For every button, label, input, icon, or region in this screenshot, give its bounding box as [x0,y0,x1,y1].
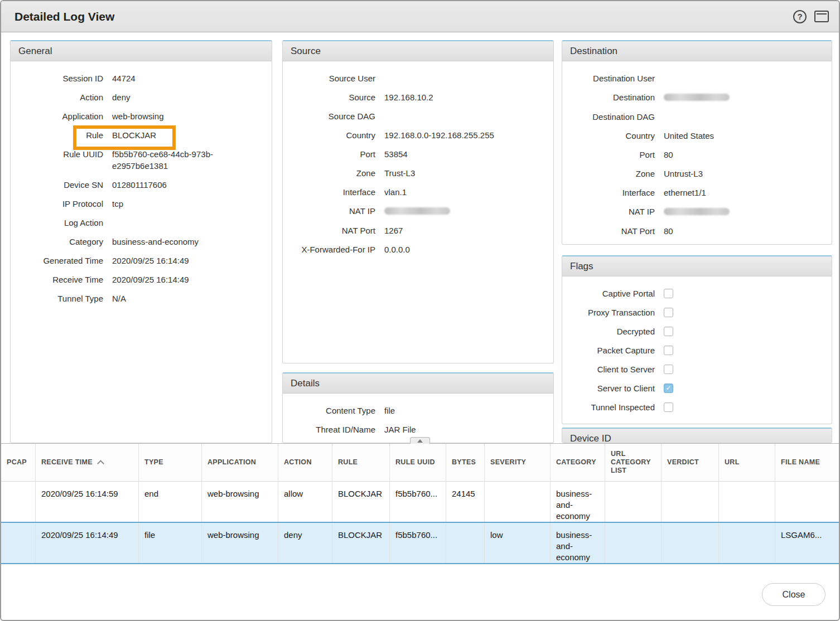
field-label: Source [292,91,375,103]
field-row: Log Action [20,217,263,229]
source-panel: Source Source User Source192.168.10.2 So… [282,40,554,363]
field-value [112,217,234,229]
field-row: Applicationweb-browsing [20,110,263,122]
field-value-redacted [664,91,823,104]
captive-portal-checkbox[interactable] [664,289,673,298]
table-cell: 24145 [446,482,485,522]
destination-panel: Destination Destination User Destination… [562,40,832,245]
help-icon[interactable]: ? [793,10,807,23]
window-panel-icon[interactable] [814,11,829,22]
flag-row: Decrypted [571,326,823,337]
field-value: ethernet1/1 [664,187,823,198]
title-bar-icons: ? [793,1,829,32]
table-cell [662,523,719,563]
table-cell: deny [278,523,332,563]
field-label: Category [20,236,103,248]
table-cell: f5b5b760... [390,482,446,522]
field-row: Tunnel TypeN/A [20,293,263,304]
field-value: file [384,405,544,416]
table-row[interactable]: 2020/09/25 16:14:59 end web-browsing all… [1,482,839,522]
table-cell: low [485,523,551,563]
field-value: deny [112,91,234,103]
chevron-up-icon [417,439,423,443]
flag-label: Packet Capture [571,345,655,356]
table-cell [446,523,485,563]
grid-collapse-handle[interactable] [410,437,430,444]
table-cell [719,523,775,563]
column-header-bytes[interactable]: BYTES [446,444,485,481]
field-value: N/A [112,293,234,304]
field-row: CountryUnited States [571,130,823,142]
column-header-verdict[interactable]: VERDICT [662,444,719,481]
client-to-server-checkbox[interactable] [664,365,673,374]
column-header-application[interactable]: APPLICATION [202,444,278,481]
field-label: Rule [20,129,103,141]
table-cell: business-and-economy [551,482,605,522]
field-value-redacted [384,205,544,217]
field-row: X-Forwarded-For IP0.0.0.0 [292,244,544,255]
field-value [384,72,544,84]
field-label: Port [571,149,655,161]
field-row: NAT Port80 [571,225,823,237]
field-row: Destination User [571,72,823,84]
field-label: Interface [292,186,375,198]
field-row: Session ID44724 [20,72,263,84]
flag-label: Client to Server [571,363,655,375]
field-value: BLOCKJAR [112,129,234,141]
details-panel: Details Content Typefile Threat ID/NameJ… [282,372,554,443]
table-cell: BLOCKJAR [332,523,390,563]
field-value: 192.168.10.2 [384,91,544,103]
column-header-receive-time[interactable]: RECEIVE TIME [36,444,139,481]
redacted-value [384,207,450,215]
server-to-client-checkbox[interactable] [664,384,673,393]
field-label: Port [292,148,375,160]
field-label: Application [20,110,103,122]
decrypted-checkbox[interactable] [664,327,673,336]
field-label: Zone [292,167,375,179]
field-value: 1267 [384,225,544,236]
close-button[interactable]: Close [762,583,825,606]
field-value: vlan.1 [384,186,544,198]
field-row: IP Protocoltcp [20,198,263,210]
column-header-action[interactable]: ACTION [278,444,332,481]
column-header-url-category-list[interactable]: URL CATEGORY LIST [605,444,662,481]
field-value: 192.168.0.0-192.168.255.255 [384,129,544,141]
column-header-url[interactable]: URL [719,444,775,481]
details-panel-title: Details [283,373,553,394]
table-cell: LSGAM6... [775,523,839,563]
flag-row: Server to Client [571,382,823,394]
table-cell [1,523,36,563]
column-header-rule-uuid[interactable]: RULE UUID [390,444,446,481]
field-label: NAT Port [571,225,655,237]
field-label: Tunnel Type [20,293,103,304]
field-label: Source DAG [292,110,375,122]
column-header-severity[interactable]: SEVERITY [485,444,551,481]
column-header-file-name[interactable]: FILE NAME [775,444,839,481]
table-cell: web-browsing [202,482,278,522]
proxy-transaction-checkbox[interactable] [664,308,673,317]
table-row-selected[interactable]: 2020/09/25 16:14:49 file web-browsing de… [1,522,839,564]
field-label: Device SN [20,179,103,191]
column-header-type[interactable]: TYPE [139,444,202,481]
field-row: Country192.168.0.0-192.168.255.255 [292,129,544,141]
field-value: 53854 [384,148,544,160]
dialog-title-bar: Detailed Log View ? [1,1,839,32]
field-row: Source DAG [292,110,544,122]
field-label: Country [571,130,655,142]
page-title: Detailed Log View [15,10,114,23]
tunnel-inspected-checkbox[interactable] [664,402,673,412]
packet-capture-checkbox[interactable] [664,346,673,355]
field-label: Destination User [571,72,655,84]
field-row: Interfacevlan.1 [292,186,544,198]
field-value: web-browsing [112,110,234,122]
field-value [664,111,823,123]
field-label: Country [292,129,375,141]
details-panel-body: Content Typefile Threat ID/NameJAR File [283,394,553,435]
field-row: Receive Time2020/09/25 16:14:49 [20,274,263,285]
column-header-rule[interactable]: RULE [332,444,390,481]
field-row: Source User [292,72,544,84]
sort-ascending-icon [97,460,104,467]
column-header-pcap[interactable]: PCAP [1,444,36,481]
field-value-redacted [664,206,823,218]
column-header-category[interactable]: CATEGORY [551,444,605,481]
